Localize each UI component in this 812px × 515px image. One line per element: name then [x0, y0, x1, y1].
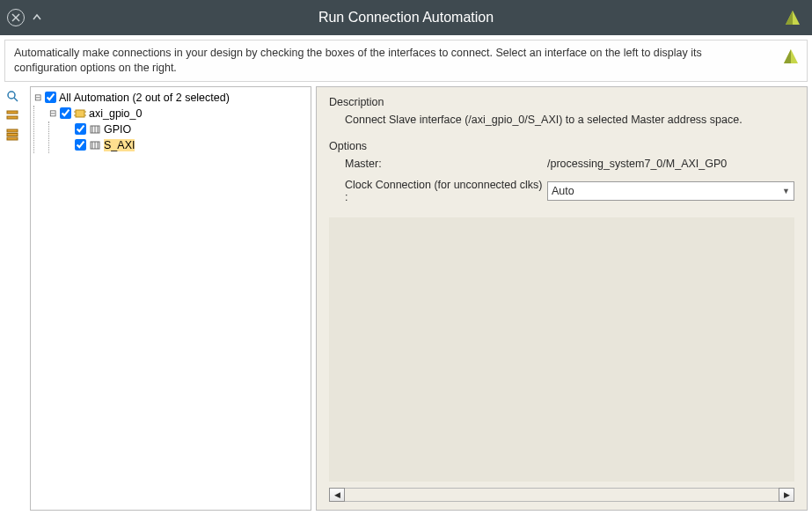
svg-rect-4	[7, 111, 18, 114]
option-row-master: Master: /processing_system7_0/M_AXI_GP0	[345, 158, 794, 170]
svg-rect-7	[7, 133, 18, 136]
tree-leaf-checkbox[interactable]	[75, 123, 86, 135]
horizontal-scrollbar[interactable]: ◀ ▶	[329, 487, 794, 503]
tree-leaf-checkbox[interactable]	[75, 139, 86, 151]
master-value: /processing_system7_0/M_AXI_GP0	[547, 158, 794, 170]
clock-connection-combo[interactable]: Auto ▼	[547, 181, 794, 201]
tree-leaf-s-axi[interactable]: S_AXI	[63, 137, 308, 153]
svg-rect-8	[7, 137, 18, 140]
info-text: Automatically make connections in your d…	[14, 46, 798, 76]
scroll-left-button[interactable]: ◀	[329, 488, 345, 502]
svg-point-2	[8, 92, 15, 99]
interface-icon	[89, 125, 101, 134]
tree-toggle-icon[interactable]: ⊟	[33, 92, 42, 102]
chevron-down-icon: ▼	[782, 187, 790, 195]
tree-node-label: axi_gpio_0	[89, 107, 142, 120]
tree-root[interactable]: ⊟ All Automation (2 out of 2 selected)	[33, 90, 308, 106]
scroll-right-button[interactable]: ▶	[779, 488, 794, 502]
options-heading: Options	[329, 140, 794, 152]
dialog-title: Run Connection Automation	[0, 10, 812, 26]
close-window-button[interactable]	[7, 9, 25, 26]
svg-rect-6	[7, 129, 18, 132]
tree-node-axi-gpio-0[interactable]: ⊟ axi_gpio_0	[48, 106, 308, 121]
svg-rect-9	[76, 110, 84, 117]
tree-toolbar	[4, 86, 26, 511]
collapse-all-icon[interactable]	[4, 107, 20, 123]
vivado-logo-icon	[782, 7, 803, 28]
tree-leaf-label: S_AXI	[104, 139, 135, 151]
option-row-clock: Clock Connection (for unconnected clks) …	[345, 179, 794, 203]
ip-block-icon	[74, 108, 86, 119]
options-panel: Description Connect Slave interface (/ax…	[316, 86, 808, 511]
svg-line-3	[14, 98, 18, 101]
svg-rect-5	[7, 116, 18, 119]
tree-toggle-icon[interactable]: ⊟	[48, 108, 57, 118]
search-icon[interactable]	[4, 88, 20, 104]
tree-root-checkbox[interactable]	[45, 92, 56, 103]
interface-icon	[89, 141, 101, 150]
tree-node-checkbox[interactable]	[60, 107, 71, 119]
master-label: Master:	[345, 158, 547, 170]
expand-window-button[interactable]	[28, 9, 46, 26]
description-text: Connect Slave interface (/axi_gpio_0/S_A…	[345, 114, 794, 126]
tree-leaf-gpio[interactable]: GPIO	[63, 121, 308, 137]
description-heading: Description	[329, 96, 794, 108]
options-empty-area	[329, 217, 794, 482]
clock-label: Clock Connection (for unconnected clks) …	[345, 179, 547, 203]
scroll-track[interactable]	[345, 488, 779, 502]
tree-leaf-label: GPIO	[104, 123, 131, 136]
expand-all-icon[interactable]	[4, 127, 20, 143]
vivado-logo-icon	[780, 46, 801, 67]
titlebar: Run Connection Automation	[0, 0, 812, 35]
automation-tree[interactable]: ⊟ All Automation (2 out of 2 selected) ⊟…	[30, 86, 311, 511]
info-banner: Automatically make connections in your d…	[4, 40, 808, 82]
clock-connection-value: Auto	[552, 185, 574, 197]
tree-root-label: All Automation (2 out of 2 selected)	[59, 92, 230, 104]
